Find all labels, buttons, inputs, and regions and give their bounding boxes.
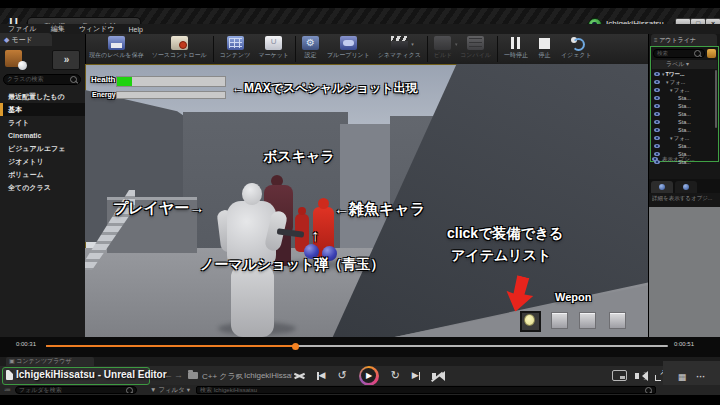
more-options-icon[interactable]: ···	[696, 372, 705, 382]
mode-item-basic[interactable]: 基本	[0, 103, 85, 116]
eye-icon[interactable]	[654, 80, 660, 84]
content-button[interactable]: コンテンツ	[216, 34, 255, 64]
marketplace-button[interactable]: マーケット	[254, 34, 293, 64]
screen: U ThirdPersonExampleMap IchigekiHissatsu…	[0, 0, 720, 405]
mute-button[interactable]	[432, 373, 436, 379]
eye-icon[interactable]	[654, 96, 660, 100]
menu-edit[interactable]: 編集	[51, 24, 65, 34]
grid-view-icon[interactable]: ▦	[678, 372, 687, 382]
item-slot-2[interactable]	[551, 312, 568, 329]
volume-button[interactable]	[635, 372, 647, 380]
menu-window[interactable]: ウィンドウ	[79, 24, 115, 34]
eye-icon[interactable]	[654, 72, 660, 76]
outliner-add-icon[interactable]	[707, 49, 716, 58]
mode-item-recent[interactable]: 最近配置したもの	[0, 90, 85, 103]
outliner-row[interactable]: ▾フォ...	[652, 78, 717, 86]
mode-item-cinematic[interactable]: Cinematic	[0, 129, 85, 142]
mode-item-all-classes[interactable]: 全てのクラス	[0, 181, 85, 194]
timeline-track[interactable]	[46, 345, 668, 347]
expand-arrow-icon[interactable]: ▾	[666, 78, 669, 86]
filter-button[interactable]: ▼ フィルタ ▾	[150, 386, 190, 395]
outliner-row[interactable]: Sta...	[652, 126, 717, 134]
details-tab[interactable]	[651, 181, 673, 193]
outliner-scrollbar[interactable]	[715, 70, 717, 128]
outliner-column-header[interactable]: ラベル ▾	[652, 60, 717, 69]
pip-button[interactable]	[612, 370, 627, 381]
menu-help[interactable]: Help	[128, 26, 142, 33]
outliner-row[interactable]: Sta...	[652, 110, 717, 118]
outliner-row[interactable]: ▾フォ...	[652, 86, 717, 94]
stop-button[interactable]: 停止	[532, 34, 557, 64]
eject-button[interactable]: イジェクト	[557, 34, 596, 64]
save-icon	[108, 36, 125, 50]
outliner-row[interactable]: Sta...	[652, 142, 717, 150]
forward-arrow-icon[interactable]: →	[174, 370, 183, 380]
annotation-max-note: ←MAXでスペシャルショット出現	[232, 80, 417, 97]
expand-arrow-icon[interactable]: ▾	[670, 134, 673, 142]
outliner-row[interactable]: Sta...	[652, 94, 717, 102]
mode-item-lights[interactable]: ライト	[0, 116, 85, 129]
sources-toggle-icon[interactable]: ≔	[4, 387, 12, 393]
details-icon	[659, 184, 665, 190]
mode-item-visual-effects[interactable]: ビジュアルエフェ	[0, 142, 85, 155]
item-slot-3[interactable]	[579, 312, 596, 329]
eye-icon[interactable]	[654, 104, 660, 108]
eye-icon[interactable]	[654, 88, 660, 92]
search-icon	[126, 387, 133, 394]
health-fill	[117, 77, 132, 86]
outliner-row[interactable]: ▾Tワー...	[652, 70, 717, 78]
world-settings-tab[interactable]	[675, 181, 697, 193]
compile-button[interactable]: コンパイル	[456, 34, 495, 64]
eye-icon[interactable]	[654, 144, 660, 148]
playhead-handle[interactable]	[292, 343, 299, 350]
modes-tab[interactable]: ◆ モード	[0, 33, 52, 46]
outliner-search-input[interactable]: 検索	[653, 49, 705, 58]
mode-item-geometry[interactable]: ジオメトリ	[0, 155, 85, 168]
blueprints-button[interactable]: ブループリント	[323, 34, 374, 64]
item-slot-1-selected[interactable]	[520, 311, 541, 332]
pip-icon	[612, 370, 627, 381]
back-arrow-icon[interactable]: ←	[164, 370, 173, 380]
class-search-input[interactable]: クラスの検索	[3, 74, 81, 85]
video-timeline[interactable]: 0:00:31 0:00:51	[0, 337, 720, 357]
cinematics-button[interactable]: シネマティクス	[374, 34, 425, 64]
asset-search-input[interactable]: 検索 IchigekiHissatsu	[196, 386, 656, 394]
folder-search-input[interactable]: フォルダを検索	[15, 386, 137, 394]
build-button[interactable]: ビルド	[430, 34, 456, 64]
eye-icon[interactable]	[654, 136, 660, 140]
breadcrumb-leaf[interactable]: IchigekiHissats	[244, 371, 292, 380]
annotation-click-line2: アイテムリスト	[451, 247, 551, 265]
letterbox-top	[0, 0, 720, 8]
expand-chevrons-icon[interactable]: »	[52, 50, 80, 70]
next-button[interactable]: ▶	[412, 371, 420, 380]
eye-icon[interactable]	[654, 120, 660, 124]
source-control-button[interactable]: ソースコントロール	[148, 34, 211, 64]
save-level-button[interactable]: 現在のレベルを保存	[85, 34, 148, 64]
replay-button[interactable]: ↺	[337, 371, 346, 380]
view-options[interactable]: 表示オプシ...	[651, 154, 717, 164]
outliner-row[interactable]: ▾フォ...	[652, 134, 717, 142]
speaker-icon	[635, 373, 639, 379]
eye-icon[interactable]	[654, 128, 660, 132]
modes-icon: ◆	[4, 36, 9, 43]
content-browser-main-row: IchigekiHissatsu - Unreal Editor ← → C++…	[0, 366, 720, 385]
play-button[interactable]: ▶	[359, 366, 379, 386]
expand-arrow-icon[interactable]: ▾	[662, 70, 665, 78]
outliner-tab[interactable]: ≡ アウトライナ	[651, 34, 717, 46]
content-browser-tab[interactable]: ▣ コンテンツブラウザ	[6, 357, 94, 366]
player-character	[242, 183, 262, 205]
modes-list: 最近配置したもの 基本 ライト Cinematic ビジュアルエフェ ジオメトリ…	[0, 90, 85, 194]
settings-button[interactable]: 設定	[298, 34, 323, 64]
forward-button[interactable]: ↻	[391, 371, 400, 380]
outliner-row[interactable]: Sta...	[652, 118, 717, 126]
outliner-row[interactable]: Sta...	[652, 102, 717, 110]
eye-icon[interactable]	[654, 112, 660, 116]
expand-arrow-icon[interactable]: ▾	[670, 86, 673, 94]
game-viewport[interactable]: Health Energy ←MAXでスペシャルショット出現 ボスキャラ プレイ…	[85, 64, 648, 337]
pause-button[interactable]: 一時停止	[500, 34, 532, 64]
previous-button[interactable]: ◀	[317, 371, 325, 380]
mode-item-volumes[interactable]: ボリューム	[0, 168, 85, 181]
shuffle-button[interactable]	[294, 371, 305, 380]
item-slot-4[interactable]	[609, 312, 626, 329]
place-actors-cube-icon[interactable]	[5, 50, 22, 67]
